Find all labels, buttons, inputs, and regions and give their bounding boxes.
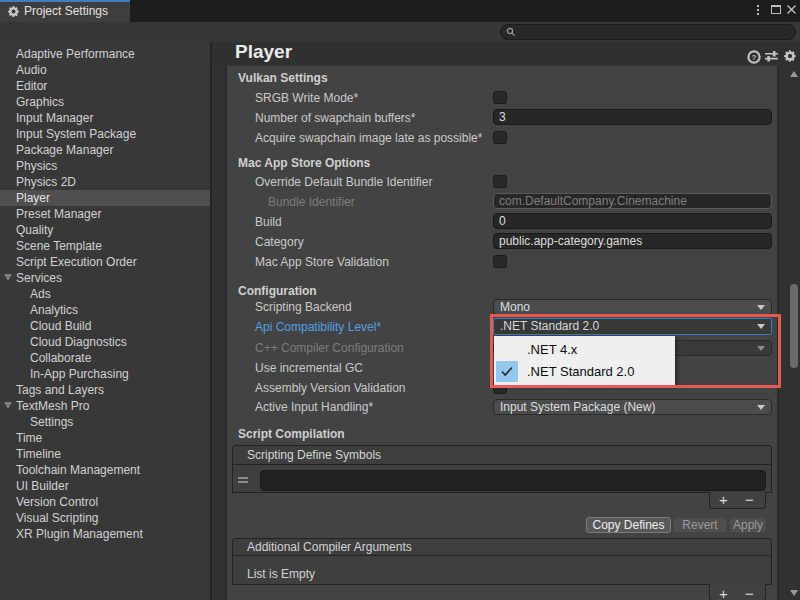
svg-text:?: ? — [752, 53, 757, 62]
